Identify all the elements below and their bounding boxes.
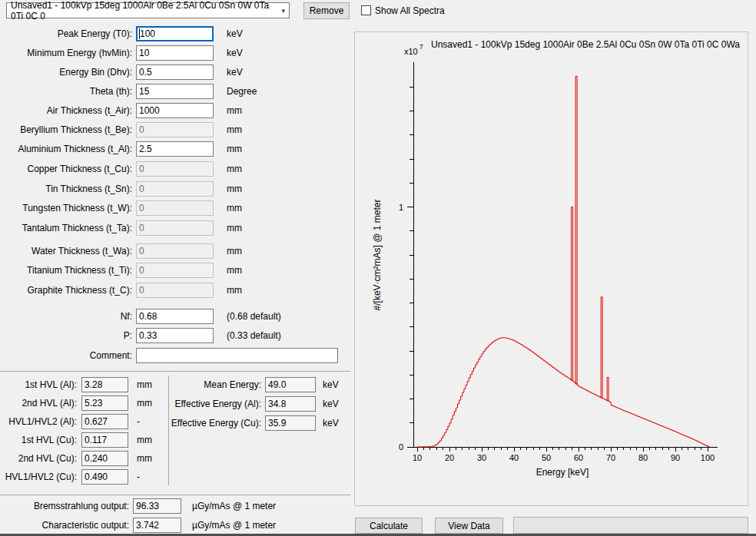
characteristic-output-value xyxy=(133,518,181,533)
energy-bin-input[interactable] xyxy=(136,65,214,80)
svg-text:#/[keV·cm²mAs] @ 1 meter: #/[keV·cm²mAs] @ 1 meter xyxy=(372,200,383,311)
minimum-energy-label: Minimum Energy (hvMin): xyxy=(0,48,132,58)
svg-text:90: 90 xyxy=(671,453,680,462)
copper-thickness-input xyxy=(136,161,214,177)
energy-bin-label: Energy Bin (Dhv): xyxy=(0,67,132,78)
svg-text:10: 10 xyxy=(413,453,422,462)
tungsten-thickness-input xyxy=(136,200,214,216)
tantalum-thickness-unit: mm xyxy=(227,223,242,233)
effective-energy-al-label: Effective Energy (Al): xyxy=(168,399,261,409)
hvl1-cu-unit: mm xyxy=(137,435,152,445)
svg-text:100: 100 xyxy=(701,453,715,462)
graphite-thickness-unit: mm xyxy=(227,285,242,296)
effective-energy-cu-label: Effective Energy (Cu): xyxy=(168,418,261,428)
remove-button[interactable]: Remove xyxy=(303,2,350,19)
hvl2-cu-label: 2nd HVL (Cu): xyxy=(0,453,77,464)
p-unit: (0.33 default) xyxy=(227,330,281,341)
hvl2-cu-unit: mm xyxy=(137,453,152,464)
titanium-thickness-input xyxy=(136,263,214,278)
svg-text:60: 60 xyxy=(574,453,583,462)
effective-energy-cu-value xyxy=(265,415,316,431)
graphite-thickness-label: Graphite Thickness (t_C): xyxy=(0,285,132,296)
view-data-button[interactable]: View Data xyxy=(435,518,503,534)
characteristic-output-unit: µGy/mAs @ 1 meter xyxy=(192,520,276,531)
titanium-thickness-label: Titanium Thickness (t_Ti): xyxy=(0,265,132,276)
copper-thickness-unit: mm xyxy=(227,164,242,174)
hvl1-cu-label: 1st HVL (Cu): xyxy=(0,435,77,445)
bremsstrahlung-output-unit: µGy/mAs @ 1 meter xyxy=(192,501,276,511)
copper-thickness-label: Copper Thickness (t_Cu): xyxy=(0,164,132,174)
mean-energy-label: Mean Energy: xyxy=(168,379,261,390)
chevron-down-icon: ▾ xyxy=(281,7,285,15)
svg-text:0: 0 xyxy=(399,442,403,452)
spectrum-plot: 01102030405060708090100Energy [keV]#/[ke… xyxy=(355,32,748,505)
spectrum-chart-panel: Unsaved1 - 100kVp 15deg 1000Air 0Be 2.5A… xyxy=(354,31,748,506)
separator xyxy=(0,371,350,372)
mean-energy-unit: keV xyxy=(323,379,339,390)
air-thickness-label: Air Thickness (t_Air): xyxy=(0,105,132,116)
bremsstrahlung-output-value xyxy=(133,498,181,514)
minimum-energy-unit: keV xyxy=(227,48,243,58)
beryllium-thickness-label: Beryllium Thickness (t_Be): xyxy=(0,124,132,135)
water-thickness-label: Water Thickness (t_Wa): xyxy=(0,246,132,256)
effective-energy-al-value xyxy=(265,396,316,412)
show-all-spectra-label: Show All Spectra xyxy=(375,5,445,16)
nf-input[interactable] xyxy=(136,309,214,324)
theta-input[interactable] xyxy=(136,84,214,99)
tin-thickness-unit: mm xyxy=(227,184,242,194)
hvl-ratio-cu-label: HVL1/HVL2 (Cu): xyxy=(0,471,77,482)
nf-label: Nf: xyxy=(0,311,132,322)
energy-bin-unit: keV xyxy=(227,67,243,78)
p-input[interactable] xyxy=(136,328,214,343)
svg-text:1: 1 xyxy=(399,203,403,212)
water-thickness-input xyxy=(136,243,214,259)
aluminium-thickness-input[interactable] xyxy=(136,141,214,157)
theta-label: Theta (th): xyxy=(0,86,132,97)
peak-energy-label: Peak Energy (T0): xyxy=(0,28,132,39)
peak-energy-input[interactable] xyxy=(136,26,214,41)
comment-label: Comment: xyxy=(0,350,132,361)
progress-bar xyxy=(513,517,748,534)
characteristic-output-label: Characteristic output: xyxy=(0,520,129,531)
tantalum-thickness-input xyxy=(136,220,214,236)
air-thickness-input[interactable] xyxy=(136,103,214,118)
graphite-thickness-input xyxy=(136,283,214,298)
nf-unit: (0.68 default) xyxy=(227,311,281,322)
tungsten-thickness-label: Tungsten Thickness (t_W): xyxy=(0,203,132,213)
tungsten-thickness-unit: mm xyxy=(227,203,242,213)
svg-text:70: 70 xyxy=(606,453,615,462)
theta-unit: Degree xyxy=(227,86,257,97)
tin-thickness-input xyxy=(136,181,214,197)
peak-energy-unit: keV xyxy=(227,28,243,39)
separator xyxy=(0,495,350,495)
hvl-ratio-cu-value xyxy=(81,469,128,485)
svg-text:80: 80 xyxy=(638,453,648,462)
spekcalc-window: Unsaved1 - 100kVp 15deg 1000Air 0Be 2.5A… xyxy=(0,0,756,536)
beryllium-thickness-input xyxy=(136,122,214,137)
svg-text:20: 20 xyxy=(445,453,454,462)
p-label: P: xyxy=(0,330,132,341)
hvl1-cu-value xyxy=(81,432,128,448)
comment-input[interactable] xyxy=(136,348,338,363)
calculate-button[interactable]: Calculate xyxy=(355,518,423,534)
text-caret xyxy=(139,28,140,39)
hvl2-cu-value xyxy=(81,451,128,466)
svg-text:50: 50 xyxy=(542,453,551,462)
svg-text:30: 30 xyxy=(477,453,486,462)
titanium-thickness-unit: mm xyxy=(227,265,242,276)
effective-energy-al-unit: keV xyxy=(323,399,339,409)
air-thickness-unit: mm xyxy=(227,105,242,116)
svg-text:40: 40 xyxy=(509,453,519,462)
hvl-ratio-cu-unit: - xyxy=(137,471,140,482)
show-all-spectra-checkbox[interactable] xyxy=(361,5,371,15)
mean-energy-value xyxy=(265,377,316,392)
aluminium-thickness-unit: mm xyxy=(227,144,242,154)
water-thickness-unit: mm xyxy=(227,246,242,256)
svg-text:Energy [keV]: Energy [keV] xyxy=(536,467,589,478)
aluminium-thickness-label: Aluminium Thickness (t_Al): xyxy=(0,144,132,154)
beryllium-thickness-unit: mm xyxy=(227,124,242,135)
bremsstrahlung-output-label: Bremsstrahlung output: xyxy=(0,501,129,511)
spectrum-selector-dropdown[interactable]: Unsaved1 - 100kVp 15deg 1000Air 0Be 2.5A… xyxy=(6,2,290,18)
minimum-energy-input[interactable] xyxy=(136,45,214,61)
spectrum-selector-value: Unsaved1 - 100kVp 15deg 1000Air 0Be 2.5A… xyxy=(11,0,281,22)
